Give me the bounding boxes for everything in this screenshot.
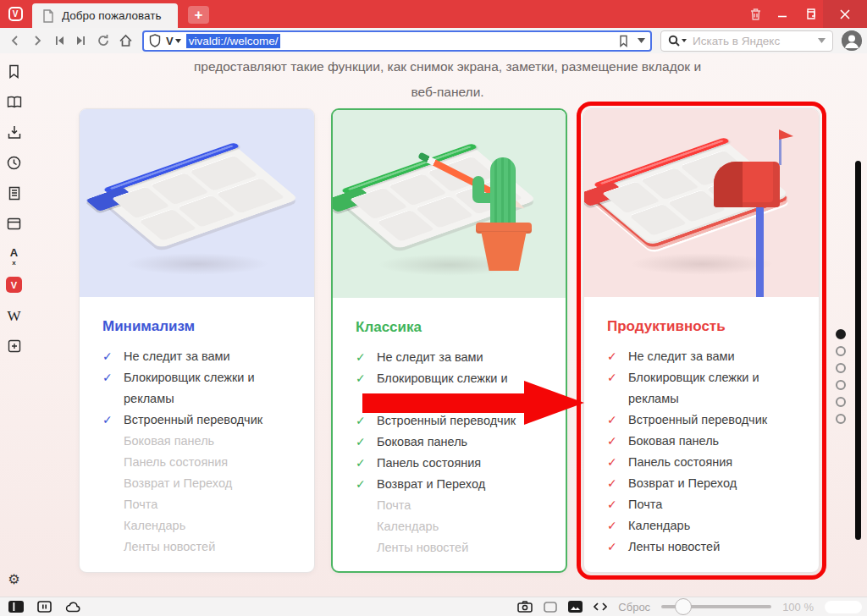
feature-label: Не следит за вами: [377, 347, 483, 368]
profile-avatar[interactable]: [842, 30, 862, 51]
feature-label: Встроенный переводчик: [628, 410, 767, 431]
search-placeholder[interactable]: Искать в Яндекс: [693, 35, 812, 47]
minimalism-illustration: [80, 109, 314, 297]
maximize-button[interactable]: [796, 0, 823, 28]
forward-button[interactable]: [27, 30, 47, 51]
window-panel-icon[interactable]: [7, 216, 22, 231]
feature-item: Почта: [356, 495, 543, 516]
trash-icon[interactable]: [742, 0, 769, 28]
feature-label: Возврат и Переход: [377, 474, 485, 495]
pagination-dot-5[interactable]: [836, 414, 846, 424]
pagination-dot-0[interactable]: [836, 329, 846, 339]
rewind-button[interactable]: [49, 30, 69, 51]
history-panel-icon[interactable]: [7, 155, 22, 170]
search-engine-icon[interactable]: [668, 35, 687, 47]
feature-label: Ленты новостей: [377, 537, 468, 558]
check-icon: ✓: [607, 515, 621, 536]
feature-item: ✓Возврат и Переход: [607, 473, 796, 494]
scrollbar-thumb[interactable]: [855, 161, 861, 540]
capture-camera-icon[interactable]: [517, 601, 533, 613]
vivaldi-menu-button[interactable]: V: [0, 0, 30, 28]
feature-item: ✓Не следит за вами: [356, 347, 543, 368]
feature-label: Не следит за вами: [628, 346, 735, 367]
status-bar: Сброс 100 %: [0, 597, 867, 616]
zoom-slider[interactable]: [661, 598, 771, 615]
feature-item: ✓Встроенный переводчик: [607, 410, 796, 431]
notes-panel-icon[interactable]: [7, 185, 22, 201]
tab-tiling-icon[interactable]: [37, 601, 52, 613]
developer-code-icon[interactable]: [594, 602, 607, 611]
pagination-dot-4[interactable]: [836, 397, 846, 407]
zoom-slider-knob[interactable]: [675, 598, 692, 615]
check-icon: ✓: [356, 453, 369, 474]
address-bar[interactable]: V vivaldi://welcome/: [142, 30, 652, 52]
wikipedia-webpanel-icon[interactable]: W: [7, 308, 22, 323]
shield-icon[interactable]: [149, 34, 161, 47]
page-actions-icon[interactable]: [544, 602, 557, 613]
search-dropdown-icon[interactable]: [818, 38, 826, 43]
images-toggle-icon[interactable]: [568, 601, 583, 613]
card-productivity[interactable]: Продуктивность ✓Не следит за вами✓Блокир…: [583, 108, 820, 573]
check-icon: ✓: [356, 410, 369, 432]
home-button[interactable]: [115, 30, 135, 51]
check-icon: ✓: [356, 474, 369, 495]
feature-item: ✓Встроенный переводчик: [102, 410, 291, 431]
window-controls: [742, 0, 867, 28]
translate-panel-icon[interactable]: Ax: [7, 246, 22, 261]
cactus-illustration: [462, 146, 540, 272]
feature-label: Возврат и Переход: [628, 473, 737, 494]
feature-label: Боковая панель: [377, 432, 467, 453]
feature-item: Ленты новостей: [102, 536, 291, 558]
feature-item: ✓Панель состояния: [607, 452, 796, 473]
annotation-arrow: [362, 393, 525, 413]
check-icon: ✓: [102, 410, 116, 431]
close-button[interactable]: [823, 0, 867, 28]
card-minimalism[interactable]: Минимализм ✓Не следит за вами✓Блокировщи…: [79, 108, 315, 573]
back-button[interactable]: [5, 30, 25, 51]
cards-row: Минимализм ✓Не следит за вами✓Блокировщи…: [79, 108, 820, 573]
add-webpanel-icon[interactable]: [7, 338, 22, 354]
new-tab-button[interactable]: +: [188, 6, 209, 24]
address-bar-actions: [618, 35, 645, 47]
check-icon: ✓: [607, 431, 621, 452]
notebook-illustration: [96, 146, 299, 249]
card-classic[interactable]: Классика ✓Не следит за вами✓Блокировщик …: [331, 108, 567, 573]
site-info-dropdown[interactable]: V: [166, 35, 181, 47]
reload-button[interactable]: [93, 30, 113, 51]
feature-item: Боковая панель: [102, 431, 291, 452]
tab-welcome[interactable]: Добро пожаловать: [32, 3, 178, 28]
minimize-button[interactable]: [769, 0, 796, 28]
check-icon: [102, 515, 116, 536]
card-title: Продуктивность: [607, 318, 796, 335]
url-text[interactable]: vivaldi://welcome/: [186, 34, 281, 48]
pagination-dot-2[interactable]: [836, 363, 846, 373]
check-icon: ✓: [102, 346, 116, 367]
panel-toggle-icon[interactable]: [8, 601, 24, 613]
feature-label: Панель состояния: [377, 453, 481, 474]
pagination-dot-3[interactable]: [836, 380, 846, 390]
intro-line-1: предоставляют такие функции, как снимок …: [28, 54, 867, 80]
downloads-panel-icon[interactable]: [7, 124, 22, 140]
check-icon: [102, 473, 116, 494]
reading-list-panel-icon[interactable]: [7, 94, 22, 109]
vivaldi-panel-icon[interactable]: V: [6, 277, 22, 293]
feature-label: Блокировщик слежки и рекламы: [628, 367, 785, 410]
feature-item: ✓Не следит за вами: [102, 346, 291, 367]
bookmarks-panel-icon[interactable]: [7, 63, 22, 79]
autocomplete-dropdown-icon[interactable]: [638, 38, 645, 43]
check-icon: ✓: [607, 346, 621, 367]
search-box[interactable]: Искать в Яндекс: [660, 30, 833, 52]
feature-label: Календарь: [377, 516, 439, 537]
fast-forward-button[interactable]: [71, 30, 91, 51]
tab-bar: V Добро пожаловать +: [0, 0, 867, 28]
feature-label: Боковая панель: [124, 431, 214, 452]
zoom-reset-button[interactable]: Сброс: [618, 601, 650, 613]
classic-illustration: [333, 110, 566, 298]
feature-item: ✓Ленты новостей: [607, 536, 796, 558]
pagination-dot-1[interactable]: [836, 346, 846, 356]
feature-list: ✓Не следит за вами✓Блокировщик слежки и …: [102, 346, 291, 558]
check-icon: [102, 494, 116, 515]
sync-cloud-icon[interactable]: [65, 602, 80, 613]
bookmark-icon[interactable]: [618, 35, 629, 47]
settings-gear-icon[interactable]: ⚙: [7, 571, 22, 586]
